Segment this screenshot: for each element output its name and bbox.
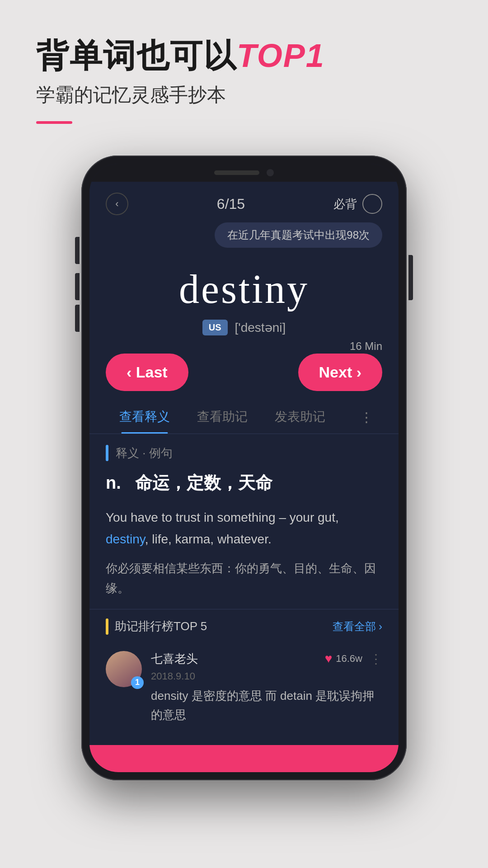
avatar-wrap: 1 xyxy=(106,651,142,687)
phonetic-text: ['destəni] xyxy=(235,320,286,335)
tab-post-mnemonic-label: 发表助记 xyxy=(275,410,325,424)
bookmark-label: 必背 xyxy=(333,196,357,212)
main-title-highlight: TOP1 xyxy=(237,38,325,74)
user-meta: 七喜老头 ♥ 16.6w ⋮ xyxy=(151,651,382,667)
more-icon: ⋮ xyxy=(360,410,373,425)
definition-zh: 命运，定数，天命 xyxy=(135,473,272,492)
ranking-title: 助记排行榜TOP 5 xyxy=(115,618,207,634)
bottom-bar xyxy=(89,745,399,772)
tabs-bar: 查看释义 查看助记 发表助记 ⋮ xyxy=(89,400,399,434)
user-date: 2018.9.10 xyxy=(151,670,382,682)
user-name: 七喜老头 xyxy=(151,651,198,667)
ranking-accent xyxy=(106,618,108,635)
phonetic-badge: US xyxy=(202,320,228,335)
example-en-before: You have to trust in something – your gu… xyxy=(106,510,339,524)
progress-indicator: 6/15 xyxy=(217,196,245,212)
word-phonetic: US ['destəni] xyxy=(106,320,382,335)
back-button[interactable]: ‹ xyxy=(106,193,128,215)
word-main: destiny xyxy=(106,266,382,312)
tab-more-button[interactable]: ⋮ xyxy=(351,405,382,429)
part-of-speech: n. xyxy=(106,473,121,492)
sub-title: 学霸的记忆灵感手抄本 xyxy=(36,82,452,108)
title-underline xyxy=(36,121,72,124)
phone-inner: ‹ 6/15 必背 在近几年真题考试中出现98次 destiny xyxy=(89,164,399,772)
example-en-word: destiny xyxy=(106,532,145,546)
tab-definition-label: 查看释义 xyxy=(119,410,170,424)
ranking-entry: 1 七喜老头 ♥ 16.6w ⋮ xyxy=(106,644,382,731)
tab-mnemonic-label: 查看助记 xyxy=(197,410,248,424)
tooltip-bar: 在近几年真题考试中出现98次 xyxy=(89,222,399,257)
phone-wrapper: ‹ 6/15 必背 在近几年真题考试中出现98次 destiny xyxy=(0,156,488,780)
main-title-text: 背单词也可以 xyxy=(36,38,237,74)
screen: ‹ 6/15 必背 在近几年真题考试中出现98次 destiny xyxy=(89,182,399,772)
view-all-button[interactable]: 查看全部 › xyxy=(333,619,382,634)
phone-top-bar xyxy=(89,164,399,182)
next-button[interactable]: Next › xyxy=(298,354,382,391)
ranking-header-left: 助记排行榜TOP 5 xyxy=(106,618,207,635)
tab-definition[interactable]: 查看释义 xyxy=(106,400,183,434)
example-en: You have to trust in something – your gu… xyxy=(106,507,382,550)
definition-main: n. 命运，定数，天命 xyxy=(106,470,382,496)
entry-more-icon[interactable]: ⋮ xyxy=(370,651,382,666)
ranking-header: 助记排行榜TOP 5 查看全部 › xyxy=(106,618,382,635)
user-text: density 是密度的意思 而 detain 是耽误拘押的意思 xyxy=(151,687,382,724)
example-zh: 你必须要相信某些东西：你的勇气、目的、生命、因缘。 xyxy=(106,558,382,598)
section-label: 释义 · 例句 xyxy=(106,445,382,461)
nav-bar: ‹ 6/15 必背 xyxy=(89,182,399,222)
word-navigation: 16 Min ‹ Last Next › xyxy=(89,340,399,400)
like-section[interactable]: ♥ 16.6w xyxy=(325,651,362,666)
view-all-label: 查看全部 xyxy=(333,619,376,634)
word-section: destiny US ['destəni] xyxy=(89,257,399,340)
view-all-arrow-icon: › xyxy=(379,620,382,633)
tooltip: 在近几年真题考试中出现98次 xyxy=(215,222,382,248)
ranking-section: 助记排行榜TOP 5 查看全部 › 1 xyxy=(89,609,399,741)
bookmark-area[interactable]: 必背 xyxy=(333,194,382,214)
last-button[interactable]: ‹ Last xyxy=(106,354,188,391)
top-section: 背单词也可以TOP1 学霸的记忆灵感手抄本 xyxy=(0,0,488,142)
phone-speaker xyxy=(214,170,259,175)
rank-badge: 1 xyxy=(131,676,144,689)
time-label: 16 Min xyxy=(350,340,382,353)
tab-mnemonic[interactable]: 查看助记 xyxy=(183,400,261,434)
main-title: 背单词也可以TOP1 xyxy=(36,36,452,75)
definition-section: 释义 · 例句 n. 命运，定数，天命 You have to trust in… xyxy=(89,434,399,609)
user-right: ♥ 16.6w ⋮ xyxy=(325,651,382,666)
bookmark-circle[interactable] xyxy=(362,194,382,214)
phone-camera xyxy=(267,169,274,176)
tab-post-mnemonic[interactable]: 发表助记 xyxy=(261,400,339,434)
example-en-after: , life, karma, whatever. xyxy=(145,532,272,546)
section-accent xyxy=(106,445,108,461)
phone-outer: ‹ 6/15 必背 在近几年真题考试中出现98次 destiny xyxy=(81,156,407,780)
like-count: 16.6w xyxy=(336,653,362,665)
user-content: 七喜老头 ♥ 16.6w ⋮ 2018.9.10 de xyxy=(151,651,382,724)
back-icon: ‹ xyxy=(115,198,118,210)
section-label-text: 释义 · 例句 xyxy=(116,445,173,461)
heart-icon: ♥ xyxy=(325,651,333,666)
